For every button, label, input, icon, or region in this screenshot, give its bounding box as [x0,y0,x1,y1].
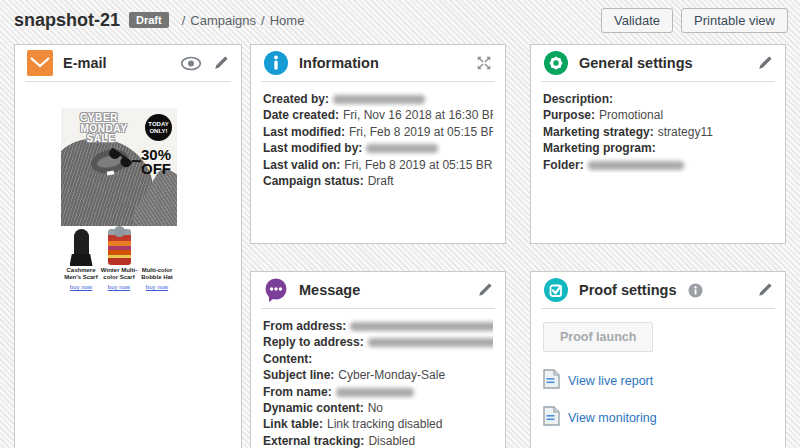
page-title: snapshot-21 [14,10,120,31]
field-row: Dynamic content:No [263,400,493,416]
envelope-icon [27,50,53,76]
proof-settings-card-title: Proof settings [579,282,676,298]
validate-button[interactable]: Validate [601,8,673,33]
report-link[interactable]: View monitoring [568,411,657,425]
product-item: Winter Multi-color Scarf buy now [100,229,138,290]
field-row: Link table:Link tracking disabled [263,416,493,432]
field-value [368,338,493,347]
info-circle-icon [263,50,289,76]
field-value [336,388,414,397]
email-preview-thumbnail[interactable]: CYBER MONDAY SALE TODAY ONLY! 30% OFF [61,108,177,296]
field-label: Last modified by: [263,141,362,155]
field-row: Purpose:Promotional [543,107,773,123]
field-row: Content: [263,351,493,367]
proof-launch-button[interactable]: Proof launch [543,322,653,352]
edit-pencil-icon[interactable] [757,55,773,71]
field-value [366,144,438,153]
email-hero-image: CYBER MONDAY SALE TODAY ONLY! 30% OFF [61,108,177,226]
today-only-badge: TODAY ONLY! [145,114,172,141]
field-label: From address: [263,319,346,333]
product-name: Multi-color Bobble Hat [138,267,176,281]
field-row: Marketing strategy:strategy11 [543,124,773,140]
proof-links: View live report View monitoring [531,354,785,432]
field-label: Created by: [263,92,329,106]
report-link-row: View monitoring [543,406,773,430]
field-label: Purpose: [543,108,595,122]
report-link[interactable]: View live report [568,374,653,388]
breadcrumb-separator: / [261,13,265,28]
field-value: Cyber-Monday-Sale [338,368,445,382]
page-header: snapshot-21 Draft / Campaigns / Home Val… [0,0,800,40]
message-card-title: Message [299,282,360,298]
message-bubble-icon [263,277,289,303]
divider [25,81,231,82]
field-row: Folder: [543,157,773,173]
buy-now-link[interactable]: buy now [146,284,168,290]
field-value [333,95,425,104]
edit-pencil-icon[interactable] [213,55,229,71]
information-card: Information Created by: Date created:Fri… [250,44,506,244]
preview-eye-icon[interactable] [180,56,202,71]
field-label: From name: [263,385,332,399]
field-label: Link table: [263,417,323,431]
field-value: Disabled [368,434,415,448]
field-label: Content: [263,352,312,366]
field-label: Marketing strategy: [543,125,654,139]
document-icon [543,369,560,393]
email-card-title: E-mail [63,55,107,71]
product-name: Cashmere Men's Scarf [62,267,100,281]
field-value: Fri, Feb 8 2019 at 05:15 BRST [344,158,493,172]
proof-settings-card: Proof settings Proof launch View live re… [530,271,786,448]
field-label: Marketing program: [543,141,656,155]
field-label: Reply to address: [263,335,364,349]
breadcrumb-separator: / [182,13,186,28]
product-thumbnail [74,229,89,265]
field-row: External tracking:Disabled [263,433,493,448]
product-thumbnail [108,229,131,265]
buy-now-link[interactable]: buy now [70,284,92,290]
breadcrumb-item[interactable]: Home [270,13,305,28]
report-link-row: View live report [543,369,773,393]
edit-pencil-icon[interactable] [757,282,773,298]
field-label: Campaign status: [263,174,364,188]
expand-icon[interactable] [475,54,493,72]
general-settings-card-title: General settings [579,55,693,71]
field-row: Date created:Fri, Nov 16 2018 at 16:30 B… [263,107,493,123]
field-row: Created by: [263,91,493,107]
breadcrumb: / Campaigns / Home [177,13,305,28]
general-settings-card-header: General settings [531,45,785,81]
field-label: Subject line: [263,368,334,382]
information-card-header: Information [251,45,505,81]
hero-headline: CYBER MONDAY SALE [65,113,133,145]
product-name: Winter Multi-color Scarf [100,267,138,281]
buy-now-link[interactable]: buy now [108,284,130,290]
field-row: Marketing program: [543,140,773,156]
info-tooltip-icon[interactable] [688,283,703,298]
field-row: Subject line:Cyber-Monday-Sale [263,367,493,383]
product-row: Cashmere Men's Scarf buy now Winter Mult… [61,226,177,296]
field-label: Dynamic content: [263,401,364,415]
field-label: External tracking: [263,434,364,448]
breadcrumb-item[interactable]: Campaigns [190,13,256,28]
field-row: Last modified:Fri, Feb 8 2019 at 05:15 B… [263,124,493,140]
message-card-header: Message [251,272,505,308]
field-row: From address: [263,318,493,334]
printable-view-button[interactable]: Printable view [681,8,788,33]
product-item: Multi-color Bobble Hat buy now [138,229,176,290]
document-icon [543,406,560,430]
status-badge: Draft [129,12,169,28]
offer-text: 30% OFF [141,148,171,175]
email-card-header: E-mail [15,45,241,81]
field-row: From name: [263,384,493,400]
divider [541,308,775,309]
email-card: E-mail CYBER [14,44,242,448]
field-value: Promotional [599,108,663,122]
field-row: Last modified by: [263,140,493,156]
edit-pencil-icon[interactable] [477,282,493,298]
product-thumbnail [146,229,169,265]
field-label: Date created: [263,108,339,122]
field-value: Link tracking disabled [327,417,442,431]
product-item: Cashmere Men's Scarf buy now [62,229,100,290]
field-value: strategy11 [658,125,713,139]
proof-check-icon [543,277,569,303]
